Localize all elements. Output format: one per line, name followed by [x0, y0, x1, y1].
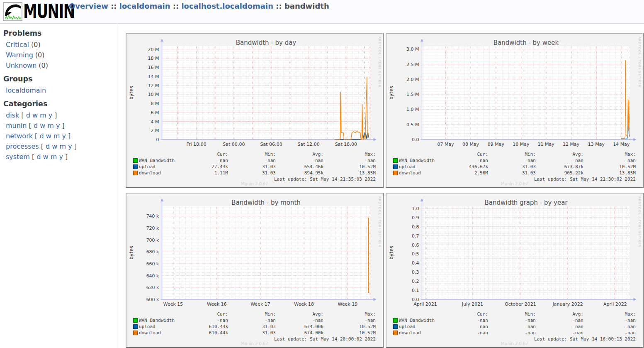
svg-text:Sat 00:00: Sat 00:00	[223, 142, 245, 147]
svg-text:2.0 M: 2.0 M	[406, 77, 419, 82]
legend-swatch-download	[133, 171, 138, 175]
sidebar-link-network[interactable]: network	[6, 132, 33, 140]
graph-image-year[interactable]: Bandwidth graph - by yearbytesRRDTOOL / …	[386, 193, 644, 348]
munin-version-watermark: Munin 2.0.67	[386, 341, 643, 346]
svg-text:6 M: 6 M	[151, 110, 159, 115]
period-link-munin-d[interactable]: d	[34, 122, 38, 130]
period-link-network-y[interactable]: y	[62, 132, 66, 140]
svg-text:700 k: 700 k	[146, 238, 159, 243]
munin-version-watermark: Munin 2.0.67	[126, 341, 383, 346]
sidebar-section-title-categories: Categories	[3, 100, 117, 108]
svg-text:16 M: 16 M	[148, 65, 159, 70]
sidebar-item-munin: munin [ d w m y ]	[6, 120, 117, 131]
legend-value: 673.87k	[530, 164, 583, 169]
legend-value: -nan	[482, 330, 536, 336]
svg-text:14 M: 14 M	[148, 74, 159, 79]
svg-text:20 M: 20 M	[148, 47, 159, 52]
svg-text:Week 15: Week 15	[163, 301, 183, 307]
legend-value: -nan	[174, 318, 228, 323]
legend-value: 13.85M	[582, 170, 636, 176]
sidebar-link-warning[interactable]: Warning	[6, 51, 33, 59]
period-link-munin-w[interactable]: w	[40, 122, 45, 130]
period-link-network-w[interactable]: w	[46, 132, 51, 140]
legend-value: -nan	[222, 318, 276, 323]
graph-image-day[interactable]: Bandwidth - by daybytesRRDTOOL / TOBI OE…	[126, 33, 384, 188]
breadcrumb-bandwidth: bandwidth	[284, 2, 329, 10]
period-link-system-d[interactable]: d	[36, 153, 41, 161]
breadcrumb-Overview[interactable]: Overview	[69, 2, 108, 10]
bracket-close-icon: ]	[52, 111, 57, 119]
legend-label: download	[139, 170, 161, 176]
bracket-close-icon: ]	[63, 153, 68, 161]
legend-value: -nan	[582, 330, 636, 336]
bracket-open-icon: [	[33, 132, 39, 140]
period-link-network-m[interactable]: m	[53, 132, 60, 140]
breadcrumb-localhost.localdomain[interactable]: localhost.localdomain	[181, 2, 273, 10]
legend-value: -nan	[174, 158, 228, 163]
period-link-processes-y[interactable]: y	[68, 142, 72, 150]
sidebar-link-critical[interactable]: Critical	[6, 41, 29, 49]
period-link-processes-d[interactable]: d	[46, 142, 50, 150]
legend-col-header: Cur:	[174, 311, 228, 317]
period-link-munin-m[interactable]: m	[47, 122, 54, 130]
legend-label: WAN Bandwidth	[399, 158, 435, 163]
legend-value: -nan	[322, 318, 376, 323]
item-count: (0)	[36, 61, 48, 69]
legend-value: 31.03	[482, 170, 536, 176]
sidebar-link-unknown[interactable]: Unknown	[6, 61, 36, 69]
svg-text:600 k: 600 k	[146, 297, 159, 302]
legend-value: 905.22k	[530, 170, 583, 176]
graph-image-week[interactable]: Bandwidth - by weekbytesRRDTOOL / TOBI O…	[386, 33, 644, 188]
svg-text:April 2021: April 2021	[413, 301, 437, 307]
period-link-disk-y[interactable]: y	[49, 111, 52, 119]
graph-image-month[interactable]: Bandwidth - by monthbytesRRDTOOL / TOBI …	[126, 193, 384, 348]
period-link-system-w[interactable]: w	[43, 153, 49, 161]
svg-text:09 May: 09 May	[488, 142, 505, 147]
svg-text:July 2021: July 2021	[462, 301, 483, 307]
legend-col-header: Avg:	[270, 311, 323, 317]
period-link-system-y[interactable]: y	[59, 153, 63, 161]
sidebar-link-processes[interactable]: processes	[6, 142, 39, 150]
svg-text:18 M: 18 M	[148, 56, 159, 61]
sidebar-link-system[interactable]: system	[6, 153, 30, 161]
sidebar-link-localdomain[interactable]: localdomain	[6, 86, 46, 94]
svg-text:12 M: 12 M	[148, 83, 159, 88]
legend-label: download	[139, 330, 161, 336]
legend-value: -nan	[222, 158, 276, 163]
legend-value: 1.11M	[174, 170, 228, 176]
svg-text:0.4: 0.4	[412, 260, 419, 266]
bracket-open-icon: [	[30, 153, 36, 161]
period-link-network-d[interactable]: d	[39, 132, 44, 140]
period-link-disk-d[interactable]: d	[26, 111, 30, 119]
legend-col-header: Cur:	[434, 311, 488, 317]
svg-text:740 k: 740 k	[146, 213, 159, 219]
sidebar-item-network: network [ d w m y ]	[6, 131, 117, 141]
svg-text:4 M: 4 M	[151, 119, 159, 125]
legend-label: download	[399, 170, 421, 176]
legend-label: WAN Bandwidth	[399, 318, 435, 323]
legend-value: 31.03	[222, 164, 276, 169]
period-link-processes-m[interactable]: m	[60, 142, 66, 150]
period-link-disk-w[interactable]: w	[32, 111, 38, 119]
breadcrumb: Overview :: localdomain :: localhost.loc…	[69, 2, 329, 10]
period-link-processes-w[interactable]: w	[52, 142, 57, 150]
legend-value: -nan	[434, 324, 488, 329]
period-link-system-m[interactable]: m	[51, 153, 57, 161]
munin-logo-icon	[3, 2, 22, 21]
sidebar-item-system: system [ d w m y ]	[6, 152, 117, 162]
svg-text:0.2: 0.2	[412, 279, 419, 284]
sidebar-item-disk: disk [ d w m y ]	[6, 110, 117, 120]
svg-text:0: 0	[156, 137, 159, 142]
svg-text:0.1: 0.1	[412, 288, 419, 293]
legend-value: -nan	[270, 318, 323, 323]
svg-text:1.0: 1.0	[412, 206, 419, 211]
sidebar-link-disk[interactable]: disk	[6, 111, 19, 119]
sidebar-link-munin[interactable]: munin	[6, 122, 27, 130]
munin-logo-text: MUNIN	[23, 2, 75, 20]
legend-swatch-upload	[133, 324, 138, 329]
legend-value: -nan	[434, 318, 488, 323]
legend-col-header: Max:	[582, 152, 636, 157]
period-link-disk-m[interactable]: m	[40, 111, 46, 119]
svg-text:Week 19: Week 19	[338, 301, 358, 307]
breadcrumb-localdomain[interactable]: localdomain	[119, 2, 170, 10]
